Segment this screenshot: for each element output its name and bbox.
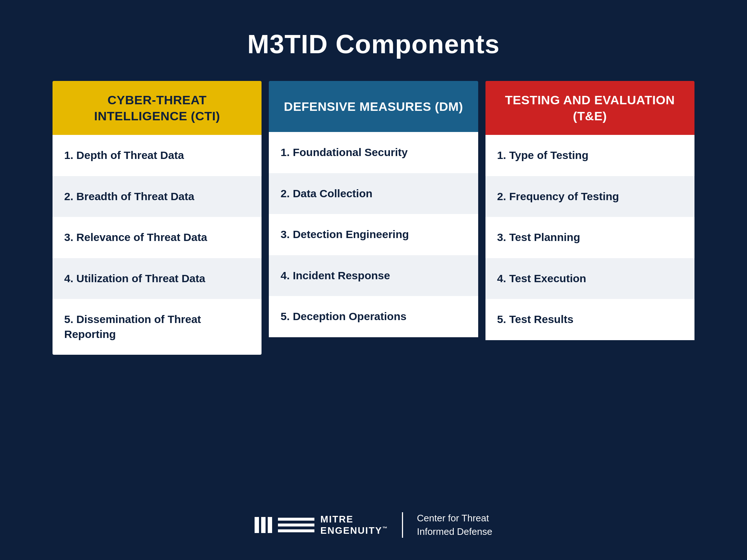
list-item-text: 4. Test Execution (497, 271, 587, 286)
list-item-text: 4. Utilization of Threat Data (64, 271, 205, 286)
mitre-bar-1 (255, 517, 259, 533)
mitre-bars-icon (255, 517, 272, 533)
column-items-dm: 1. Foundational Security2. Data Collecti… (269, 132, 478, 355)
list-item: 5. Test Results (485, 299, 694, 340)
mitre-bar-3 (268, 517, 272, 533)
list-item-text: 3. Test Planning (497, 230, 580, 245)
list-item: 5. Deception Operations (269, 296, 478, 337)
list-item: 2. Data Collection (269, 173, 478, 214)
mitre-bar-2 (261, 517, 266, 533)
list-item-text: 1. Foundational Security (280, 145, 407, 160)
list-item-text: 4. Incident Response (280, 268, 390, 283)
list-item-text: 2. Breadth of Threat Data (64, 189, 194, 204)
list-item-text: 1. Depth of Threat Data (64, 148, 184, 163)
list-item-text: 3. Relevance of Threat Data (64, 230, 207, 245)
footer: MITRE ENGENUITY™ Center for Threat Infor… (255, 512, 492, 538)
list-item-text: 5. Test Results (497, 312, 574, 327)
column-header-text-cti: CYBER-THREAT INTELLIGENCE (CTI) (63, 92, 251, 124)
column-header-dm: DEFENSIVE MEASURES (DM) (269, 81, 478, 132)
list-item: 2. Breadth of Threat Data (53, 176, 262, 217)
list-item: 5. Dissemination of Threat Reporting (53, 299, 262, 355)
list-item: 1. Foundational Security (269, 132, 478, 173)
column-header-cti: CYBER-THREAT INTELLIGENCE (CTI) (53, 81, 262, 135)
mitre-line-1 (278, 518, 314, 521)
column-dm: DEFENSIVE MEASURES (DM)1. Foundational S… (269, 81, 478, 355)
column-header-te: TESTING AND EVALUATION (T&E) (485, 81, 694, 135)
column-header-text-te: TESTING AND EVALUATION (T&E) (496, 92, 684, 124)
column-items-cti: 1. Depth of Threat Data2. Breadth of Thr… (53, 135, 262, 355)
list-item-text: 1. Type of Testing (497, 148, 589, 163)
footer-divider (402, 512, 403, 538)
mitre-line-2 (278, 524, 314, 526)
list-item: 1. Type of Testing (485, 135, 694, 176)
list-item-text: 5. Deception Operations (280, 309, 406, 324)
column-header-text-dm: DEFENSIVE MEASURES (DM) (284, 98, 463, 114)
mitre-line-3 (278, 529, 314, 532)
list-item-text: 5. Dissemination of Threat Reporting (64, 312, 250, 342)
column-te: TESTING AND EVALUATION (T&E)1. Type of T… (485, 81, 694, 355)
list-item-text: 3. Detection Engineering (280, 227, 409, 242)
list-item: 4. Incident Response (269, 255, 478, 296)
list-item: 1. Depth of Threat Data (53, 135, 262, 176)
list-item-text: 2. Data Collection (280, 186, 372, 201)
mitre-name: MITRE (320, 514, 388, 525)
list-item: 2. Frequency of Testing (485, 176, 694, 217)
list-item: 4. Utilization of Threat Data (53, 258, 262, 299)
mitre-text: MITRE ENGENUITY™ (320, 514, 388, 536)
list-item: 3. Relevance of Threat Data (53, 217, 262, 258)
column-items-te: 1. Type of Testing2. Frequency of Testin… (485, 135, 694, 355)
page-title: M3TID Components (247, 29, 500, 59)
mitre-lines-icon (278, 518, 314, 532)
column-cti: CYBER-THREAT INTELLIGENCE (CTI)1. Depth … (53, 81, 262, 355)
list-item: 4. Test Execution (485, 258, 694, 299)
list-item: 3. Test Planning (485, 217, 694, 258)
columns-container: CYBER-THREAT INTELLIGENCE (CTI)1. Depth … (53, 81, 694, 355)
footer-logo: MITRE ENGENUITY™ (255, 514, 388, 536)
footer-subtitle: Center for Threat Informed Defense (417, 512, 492, 538)
list-item: 3. Detection Engineering (269, 214, 478, 255)
mitre-engenuity: ENGENUITY™ (320, 525, 388, 536)
list-item-text: 2. Frequency of Testing (497, 189, 619, 204)
